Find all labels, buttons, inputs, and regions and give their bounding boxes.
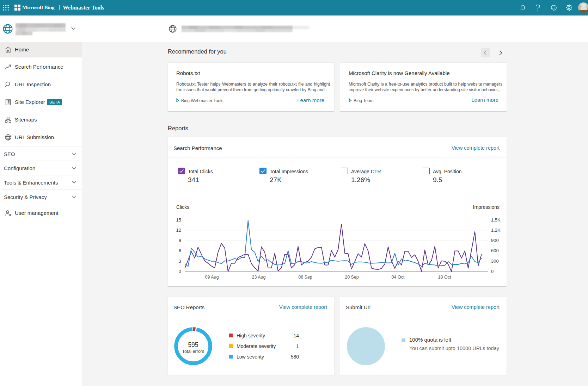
svg-text:15: 15: [176, 217, 181, 223]
svg-text:6: 6: [179, 248, 181, 253]
svg-text:04 Oct: 04 Oct: [392, 275, 405, 280]
svg-text:12: 12: [176, 228, 181, 233]
svg-text:600: 600: [491, 248, 499, 253]
svg-text:0: 0: [179, 269, 181, 274]
svg-text:06 Sep: 06 Sep: [298, 275, 312, 280]
svg-text:20 Sep: 20 Sep: [345, 275, 359, 280]
svg-text:900: 900: [491, 238, 499, 243]
svg-text:595: 595: [188, 341, 198, 348]
svg-text:Total errors: Total errors: [182, 349, 204, 354]
svg-text:1.5K: 1.5K: [491, 217, 501, 223]
svg-text:0: 0: [491, 269, 494, 274]
svg-text:3: 3: [179, 259, 181, 264]
svg-text:09 Aug: 09 Aug: [205, 275, 219, 280]
svg-text:23 Aug: 23 Aug: [252, 275, 266, 280]
svg-text:300: 300: [491, 259, 499, 264]
svg-text:1.2K: 1.2K: [491, 228, 501, 233]
svg-text:9: 9: [179, 238, 181, 243]
svg-text:18 Oct: 18 Oct: [438, 275, 451, 280]
